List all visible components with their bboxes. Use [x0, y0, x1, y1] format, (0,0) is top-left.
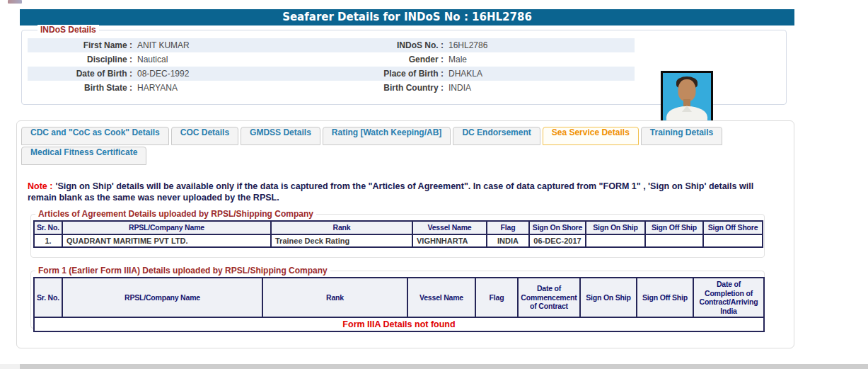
- horizontal-scrollbar[interactable]: [0, 364, 868, 369]
- tab-bar-row-2: Medical Fitness Certificate: [21, 147, 146, 165]
- photo-collar-shape: [682, 106, 692, 112]
- page-top-artifact: [8, 0, 22, 4]
- indos-details-section: INDoS Details First Name :ANIT KUMARINDo…: [21, 30, 787, 105]
- column-header-vessel-name: Vessel Name: [412, 221, 487, 234]
- field-label: INDoS No. :: [341, 38, 444, 52]
- table-cell: [645, 234, 703, 247]
- field-label: Date of Birth :: [28, 67, 132, 81]
- column-header-rank: Rank: [262, 278, 407, 317]
- field-value: HARYANA: [132, 81, 341, 95]
- form1-section: Form 1 (Earlier Form IIIA) Details uploa…: [30, 271, 765, 329]
- field-value: ANIT KUMAR: [132, 38, 341, 52]
- column-header-rpsl-company-name: RPSL/Company Name: [62, 278, 262, 317]
- table-header-row: Sr. No.RPSL/Company NameRankVessel NameF…: [34, 221, 763, 234]
- field-value: Nautical: [132, 52, 341, 67]
- column-header-flag: Flag: [475, 278, 518, 317]
- note-text: Note :'Sign on Ship' details will be ava…: [28, 181, 772, 203]
- table-cell: VIGHNHARTA: [412, 234, 487, 247]
- column-header-rpsl-company-name: RPSL/Company Name: [62, 221, 271, 234]
- indos-details-legend: INDoS Details: [37, 25, 99, 35]
- table-cell: QUADRANT MARITIME PVT LTD.: [62, 234, 271, 247]
- table-header-row: Sr. No.RPSL/Company NameRankVessel NameF…: [34, 278, 764, 317]
- field-label: Place of Birth :: [341, 67, 444, 81]
- horizontal-scrollbar-thumb[interactable]: [20, 364, 868, 369]
- tab-content-container: CDC and "CoC as Cook" DetailsCOC Details…: [16, 120, 794, 348]
- column-header-sign-on-ship: Sign On Ship: [586, 221, 645, 234]
- page-title-bar: Seafarer Details for INDoS No : 16HL2786: [20, 9, 794, 25]
- field-label: First Name :: [28, 38, 132, 52]
- column-header-date-of-commencement-of-contract: Date of Commencement of Contract: [518, 278, 580, 317]
- indos-detail-row: Discipline :NauticalGender :Male: [28, 52, 635, 67]
- note-prefix: Note :: [28, 181, 52, 191]
- table-cell: [703, 234, 763, 247]
- field-value: INDIA: [444, 81, 635, 95]
- tab-rating-watch-keeping-ab[interactable]: Rating [Watch Keeping/AB]: [323, 127, 451, 145]
- articles-of-agreement-section: Articles of Agreement Details uploaded b…: [30, 214, 765, 258]
- form1-table: Sr. No.RPSL/Company NameRankVessel NameF…: [33, 277, 765, 332]
- column-header-sign-off-ship: Sign Off Ship: [637, 278, 693, 317]
- table-cell: Trainee Deck Rating: [271, 234, 412, 247]
- column-header-sr-no: Sr. No.: [34, 221, 62, 234]
- photo-head-shape: [678, 79, 696, 101]
- column-header-flag: Flag: [487, 221, 529, 234]
- field-label: Birth State :: [28, 81, 132, 95]
- field-value: 16HL2786: [444, 38, 635, 52]
- table-cell: 1.: [34, 234, 62, 247]
- field-value: Male: [444, 52, 635, 67]
- column-header-vessel-name: Vessel Name: [407, 278, 475, 317]
- field-label: Birth Country :: [341, 81, 444, 95]
- indos-detail-row: Date of Birth :08-DEC-1992Place of Birth…: [28, 67, 635, 81]
- note-body: 'Sign on Ship' details will be available…: [28, 181, 753, 203]
- tab-dc-endorsement[interactable]: DC Endorsement: [453, 127, 540, 145]
- form1-caption: Form 1 (Earlier Form IIIA) Details uploa…: [35, 266, 330, 276]
- tab-medical-fitness-certificate[interactable]: Medical Fitness Certificate: [21, 147, 146, 165]
- tab-bar-row-1: CDC and "CoC as Cook" DetailsCOC Details…: [21, 127, 722, 145]
- tab-training-details[interactable]: Training Details: [641, 127, 722, 145]
- articles-table: Sr. No.RPSL/Company NameRankVessel NameF…: [33, 220, 763, 248]
- page-title: Seafarer Details for INDoS No : 16HL2786: [282, 11, 532, 23]
- articles-caption: Articles of Agreement Details uploaded b…: [35, 209, 316, 219]
- table-row: 1.QUADRANT MARITIME PVT LTD.Trainee Deck…: [34, 234, 763, 247]
- indos-detail-row: First Name :ANIT KUMARINDoS No. :16HL278…: [28, 38, 635, 52]
- tab-cdc-and-coc-as-cook-details[interactable]: CDC and "CoC as Cook" Details: [21, 127, 169, 145]
- table-empty-message: Form IIIA Details not found: [34, 317, 764, 331]
- seafarer-details-page: Seafarer Details for INDoS No : 16HL2786…: [0, 0, 868, 369]
- field-label: Gender :: [341, 52, 444, 67]
- table-cell: 06-DEC-2017: [529, 234, 586, 247]
- tab-gmdss-details[interactable]: GMDSS Details: [241, 127, 320, 145]
- tab-coc-details[interactable]: COC Details: [171, 127, 238, 145]
- table-cell: INDIA: [487, 234, 529, 247]
- column-header-sign-on-shore: Sign On Shore: [529, 221, 586, 234]
- column-header-sign-off-ship: Sign Off Ship: [645, 221, 703, 234]
- column-header-sign-off-shore: Sign Off Shore: [703, 221, 763, 234]
- indos-details-rows: First Name :ANIT KUMARINDoS No. :16HL278…: [28, 38, 635, 95]
- field-value: DHAKLA: [444, 67, 635, 81]
- column-header-date-of-completion-of-contract-arriving-india: Date of Completion of Contract/Arriving …: [693, 278, 764, 317]
- field-label: Discipline :: [28, 52, 132, 67]
- table-empty-row: Form IIIA Details not found: [34, 317, 764, 331]
- indos-detail-row: Birth State :HARYANABirth Country :INDIA: [28, 81, 635, 95]
- column-header-rank: Rank: [271, 221, 412, 234]
- table-cell: [586, 234, 645, 247]
- field-value: 08-DEC-1992: [132, 67, 341, 81]
- column-header-sr-no: Sr. No.: [34, 278, 62, 317]
- tab-sea-service-details[interactable]: Sea Service Details: [543, 127, 639, 145]
- column-header-sign-on-ship: Sign On Ship: [580, 278, 637, 317]
